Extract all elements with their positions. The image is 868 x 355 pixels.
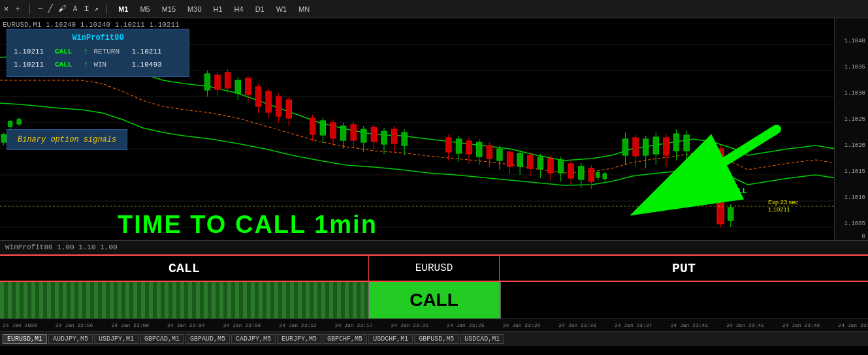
svg-rect-62	[487, 146, 492, 159]
toolbar-sep2	[106, 4, 107, 14]
time-label-1: 24 Jan 22:56	[56, 322, 93, 328]
svg-rect-46	[371, 127, 376, 142]
svg-rect-60	[477, 142, 482, 157]
toolbar-arrow-icon[interactable]: ↗	[94, 4, 99, 14]
toolbar-plus-icon[interactable]: ＋	[14, 3, 22, 14]
svg-rect-44	[361, 129, 366, 142]
toolbar-minus-icon[interactable]: —	[38, 5, 42, 14]
svg-rect-74	[548, 159, 553, 173]
time-label-9: 24 Jan 23:29	[503, 322, 541, 328]
svg-rect-84	[596, 172, 600, 178]
svg-rect-68	[517, 153, 522, 166]
time-to-call-label: TIME TO CALL 1min	[118, 211, 378, 239]
price-tick-3: 1.1030	[844, 90, 865, 97]
chart-area: EURUSD,M1 1.10240 1.10240 1.10211 1.1021…	[0, 18, 868, 240]
svg-rect-52	[402, 132, 407, 146]
sym-tab-2[interactable]: USDJPY,M1	[94, 334, 138, 344]
tf-mn[interactable]: MN	[295, 5, 313, 14]
toolbar-line-icon[interactable]: ╱	[48, 4, 52, 14]
sym-tab-8[interactable]: USDCHF,M1	[368, 334, 413, 344]
sig-eurusd-label: EURUSD	[369, 256, 500, 281]
big-call-section: CALL	[0, 282, 868, 318]
svg-rect-38	[330, 123, 336, 138]
wp-price-2: 1.10493	[131, 61, 161, 69]
price-tick-7: 1.1010	[844, 194, 865, 201]
toolbar-sep1	[29, 4, 30, 14]
wp-label-win: WIN	[93, 61, 126, 69]
sym-tab-1[interactable]: AUDJPY,M5	[48, 334, 93, 344]
svg-rect-70	[528, 155, 533, 168]
svg-rect-20	[225, 72, 230, 88]
time-label-3: 24 Jan 23:04	[167, 322, 205, 328]
sym-tab-5[interactable]: CADJPY,M5	[231, 334, 276, 344]
tf-m1[interactable]: M1	[115, 5, 131, 14]
svg-rect-82	[588, 168, 594, 181]
time-label-11: 24 Jan 23:37	[615, 322, 652, 328]
sig-call-label: CALL	[0, 256, 369, 281]
sym-tab-10[interactable]: USDCAD,M1	[460, 334, 504, 344]
toolbar-cross-icon[interactable]: ✕	[4, 4, 8, 14]
tf-m30[interactable]: M30	[184, 5, 204, 14]
svg-rect-64	[497, 149, 502, 161]
wp-call-2: CALL	[55, 61, 78, 69]
wp-info-bar: WinProfit80 1.00 1.10 1.00	[0, 240, 868, 255]
wp-arrow-1: ↑	[83, 46, 88, 57]
svg-rect-14	[1, 134, 6, 142]
time-label-5: 24 Jan 23:12	[279, 322, 317, 328]
toolbar-cursor-icon[interactable]: ⌶	[84, 4, 89, 14]
pair-info: EURUSD,M1 1.10240 1.10240 1.10211 1.1021…	[3, 21, 180, 29]
svg-rect-42	[351, 125, 356, 140]
tf-m15[interactable]: M15	[159, 5, 179, 14]
wp-val-1: 1.10211	[14, 48, 50, 55]
price-tick-4: 1.1025	[844, 116, 865, 123]
tf-h1[interactable]: H1	[210, 5, 226, 14]
time-label-0: 24 Jan 2020	[3, 322, 37, 328]
sym-tab-0[interactable]: EURUSD,M1	[3, 334, 47, 344]
time-axis: 24 Jan 2020 24 Jan 22:56 24 Jan 23:00 24…	[0, 318, 868, 332]
tf-m5[interactable]: M5	[137, 5, 153, 14]
win-profit-panel: WinProfit80 1.10211 CALL ↑ RETURN 1.1021…	[7, 29, 189, 77]
wp-title: WinProfit80	[14, 33, 182, 42]
time-label-13: 24 Jan 23:45	[726, 322, 764, 328]
svg-rect-72	[538, 157, 543, 169]
time-label-6: 24 Jan 23:17	[335, 322, 373, 328]
sym-tab-6[interactable]: EURJPY,M5	[277, 334, 321, 344]
sym-tab-3[interactable]: GBPCAD,M1	[140, 334, 184, 344]
price-tick-5: 1.1020	[844, 142, 865, 149]
tf-w1[interactable]: W1	[273, 5, 291, 14]
svg-rect-12	[17, 119, 21, 124]
sym-tab-4[interactable]: GBPAUD,M5	[185, 334, 230, 344]
wp-call-1: CALL	[55, 48, 78, 55]
sig-put-label: PUT	[500, 256, 868, 281]
toolbar-brush-icon[interactable]: 🖌	[58, 4, 66, 14]
price-tick-6: 1.1015	[844, 168, 865, 175]
price-tick-8: 1.1005	[844, 221, 865, 227]
tf-d1[interactable]: D1	[252, 5, 268, 14]
svg-rect-36	[320, 121, 325, 135]
time-label-15: 24 Jan 23:53	[838, 322, 868, 328]
price-tick-9: 0	[862, 234, 865, 240]
time-label-4: 24 Jan 23:08	[223, 322, 261, 328]
svg-rect-86	[603, 174, 606, 179]
time-label-7: 24 Jan 23:21	[391, 322, 428, 328]
big-call-left-pattern	[0, 282, 369, 318]
svg-rect-32	[286, 100, 291, 118]
svg-rect-54	[446, 138, 451, 152]
sym-tab-9[interactable]: GBPUSD,M5	[414, 334, 458, 344]
time-label-10: 24 Jan 23:33	[558, 322, 596, 328]
sym-tab-7[interactable]: GBPCHF,M5	[323, 334, 367, 344]
time-label-12: 24 Jan 23:41	[671, 322, 709, 328]
svg-rect-40	[340, 126, 346, 140]
svg-rect-10	[8, 121, 12, 127]
svg-rect-78	[568, 164, 573, 178]
svg-rect-66	[507, 152, 512, 166]
big-call-button[interactable]: CALL	[369, 282, 500, 318]
symbol-tabs: EURUSD,M1 AUDJPY,M5 USDJPY,M1 GBPCAD,M1 …	[0, 332, 868, 346]
svg-rect-50	[391, 129, 396, 144]
svg-rect-56	[456, 139, 461, 153]
wp-val-2: 1.10211	[14, 61, 50, 69]
toolbar-text-icon[interactable]: Ａ	[71, 3, 79, 14]
wp-row-1: 1.10211 CALL ↑ RETURN 1.10211	[14, 46, 182, 57]
tf-h4[interactable]: H4	[231, 5, 247, 14]
binary-signals-label: Binary option signals	[7, 129, 127, 150]
